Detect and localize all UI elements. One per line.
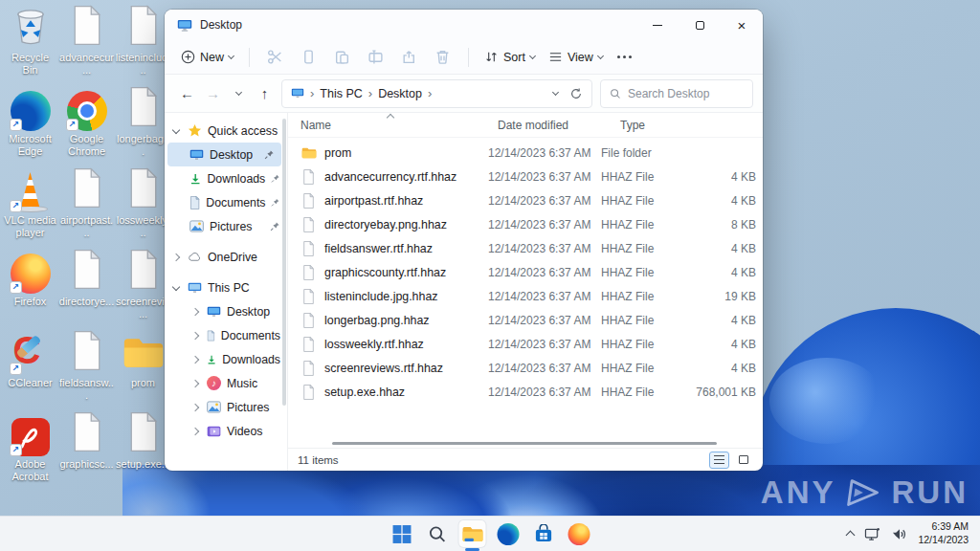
desktop-icon[interactable]: ↗ screenrevie... bbox=[116, 250, 171, 331]
sidebar-item-pc-videos[interactable]: Videos bbox=[165, 419, 287, 443]
back-button[interactable]: ← bbox=[174, 80, 200, 106]
tray-show-hidden-icons-button[interactable] bbox=[846, 531, 856, 540]
file-row[interactable]: directoryebay.png.hhaz 12/14/2023 6:37 A… bbox=[288, 212, 763, 236]
paste-button[interactable] bbox=[325, 43, 359, 72]
forward-button[interactable]: → bbox=[200, 80, 226, 106]
file-row[interactable]: airportpast.rtf.hhaz 12/14/2023 6:37 AM … bbox=[288, 188, 763, 212]
desktop-icon[interactable]: ↗ lossweekly... bbox=[116, 168, 171, 250]
desktop-icon[interactable]: ↗ CCleaner bbox=[3, 331, 58, 412]
file-row[interactable]: lossweekly.rtf.hhaz 12/14/2023 6:37 AM H… bbox=[288, 332, 763, 356]
desktop-icon[interactable]: ↗ listeninclud... bbox=[116, 6, 171, 87]
chevron-right-icon[interactable] bbox=[191, 427, 199, 434]
desktop-icon[interactable]: ↗ airportpast... bbox=[59, 168, 115, 250]
horizontal-scrollbar[interactable] bbox=[288, 439, 763, 448]
details-view-button[interactable] bbox=[709, 452, 729, 469]
desktop-icon[interactable]: ↗ fieldsansw... bbox=[59, 331, 115, 412]
new-button[interactable]: New bbox=[174, 46, 240, 68]
sidebar-item-pc-documents[interactable]: Documents bbox=[165, 323, 287, 347]
chevron-right-icon[interactable] bbox=[191, 355, 199, 363]
chevron-right-icon[interactable] bbox=[172, 253, 180, 260]
document-icon bbox=[71, 167, 103, 212]
refresh-icon[interactable] bbox=[569, 87, 583, 100]
column-header-size[interactable]: Size bbox=[720, 113, 763, 137]
delete-button[interactable] bbox=[426, 43, 459, 72]
desktop-screen: ANY RUN bbox=[0, 0, 980, 551]
sidebar-item-documents[interactable]: Documents bbox=[165, 190, 287, 214]
file-row[interactable]: graphicscounty.rtf.hhaz 12/14/2023 6:37 … bbox=[288, 260, 763, 284]
desktop-icon[interactable]: ↗ Firefox bbox=[3, 250, 58, 331]
file-row[interactable]: screenreviews.rtf.hhaz 12/14/2023 6:37 A… bbox=[288, 356, 763, 380]
sidebar-item-downloads[interactable]: Downloads bbox=[165, 166, 287, 190]
network-icon[interactable] bbox=[864, 527, 880, 541]
share-button[interactable] bbox=[392, 43, 426, 72]
cut-button[interactable] bbox=[258, 43, 292, 72]
desktop-icon[interactable]: ↗ Adobe Acrobat bbox=[3, 412, 58, 494]
copy-icon bbox=[301, 49, 317, 65]
file-row[interactable]: longerbag.png.hhaz 12/14/2023 6:37 AM HH… bbox=[288, 308, 763, 332]
large-icons-view-button[interactable] bbox=[733, 452, 753, 469]
see-more-button[interactable] bbox=[610, 55, 639, 58]
file-row[interactable]: fieldsanswer.rtf.hhaz 12/14/2023 6:37 AM… bbox=[288, 236, 763, 260]
sidebar-item-label: Desktop bbox=[210, 148, 253, 162]
desktop-icon[interactable]: ↗ Google Chrome bbox=[59, 87, 115, 168]
desktop-icon[interactable]: ↗ VLC media player bbox=[3, 168, 58, 250]
view-button[interactable]: View bbox=[542, 46, 610, 68]
column-header-name[interactable]: Name bbox=[301, 113, 488, 137]
firefox-button[interactable] bbox=[566, 520, 592, 547]
recent-locations-button[interactable] bbox=[226, 80, 252, 106]
up-button[interactable]: ↑ bbox=[252, 80, 278, 106]
search-button[interactable] bbox=[424, 520, 451, 547]
sidebar-quick-access[interactable]: Quick access bbox=[165, 119, 287, 143]
minimize-button[interactable] bbox=[636, 10, 679, 40]
sidebar-item-onedrive[interactable]: OneDrive bbox=[165, 245, 287, 269]
file-name: listeninclude.jpg.hhaz bbox=[324, 290, 437, 303]
rename-button[interactable] bbox=[359, 43, 392, 72]
column-header-type[interactable]: Type bbox=[620, 113, 710, 137]
desktop-icon[interactable]: ↗ graphicsc... bbox=[59, 412, 115, 494]
sidebar-item-pc-desktop[interactable]: Desktop bbox=[165, 299, 287, 323]
sidebar-item-pc-downloads[interactable]: Downloads bbox=[165, 347, 287, 371]
column-header-date-modified[interactable]: Date modified bbox=[498, 113, 611, 137]
sidebar-scrollbar[interactable] bbox=[282, 119, 286, 406]
file-row[interactable]: setup.exe.hhaz 12/14/2023 6:37 AM HHAZ F… bbox=[288, 380, 763, 404]
maximize-button[interactable] bbox=[679, 10, 721, 40]
breadcrumb-this-pc[interactable]: This PC bbox=[320, 87, 362, 100]
search-input[interactable]: Search Desktop bbox=[600, 79, 753, 108]
command-bar: New bbox=[165, 40, 763, 75]
chevron-down-icon[interactable] bbox=[172, 282, 180, 290]
address-bar[interactable]: › This PC › Desktop › bbox=[281, 79, 592, 108]
address-dropdown-icon[interactable] bbox=[552, 88, 559, 95]
desktop-icon[interactable]: ↗ longerbag... bbox=[116, 87, 171, 168]
start-button[interactable] bbox=[389, 520, 415, 547]
taskbar-clock[interactable]: 6:39 AM 12/14/2023 bbox=[918, 520, 969, 546]
sort-button[interactable]: Sort bbox=[478, 46, 542, 68]
file-row[interactable]: listeninclude.jpg.hhaz 12/14/2023 6:37 A… bbox=[288, 284, 763, 308]
desktop-icon[interactable]: ↗ Recycle Bin bbox=[3, 6, 58, 87]
sidebar-item-pc-music[interactable]: ♪ Music bbox=[165, 371, 287, 395]
titlebar[interactable]: Desktop × bbox=[165, 10, 763, 40]
chevron-right-icon[interactable] bbox=[191, 379, 199, 386]
desktop-icon[interactable]: ↗ prom bbox=[116, 331, 171, 412]
chevron-right-icon[interactable] bbox=[191, 403, 199, 410]
desktop-icon[interactable]: ↗ Microsoft Edge bbox=[3, 87, 58, 168]
desktop-icon[interactable]: ↗ setup.exe... bbox=[116, 412, 171, 494]
chevron-right-icon[interactable] bbox=[191, 307, 199, 315]
horizontal-scrollbar-thumb[interactable] bbox=[332, 442, 717, 445]
volume-icon[interactable] bbox=[891, 527, 907, 541]
file-explorer-button[interactable] bbox=[459, 520, 486, 547]
sidebar-item-desktop[interactable]: Desktop bbox=[167, 143, 281, 166]
desktop-icon[interactable]: ↗ advancecur... bbox=[59, 6, 115, 87]
chevron-right-icon[interactable] bbox=[191, 331, 199, 339]
sidebar-item-pictures[interactable]: Pictures bbox=[165, 214, 287, 238]
edge-button[interactable] bbox=[495, 520, 522, 547]
sidebar-item-pc-pictures[interactable]: Pictures bbox=[165, 395, 287, 419]
breadcrumb-desktop[interactable]: Desktop bbox=[378, 87, 422, 100]
chevron-down-icon[interactable] bbox=[172, 125, 180, 133]
file-row[interactable]: prom 12/14/2023 6:37 AM File folder bbox=[288, 141, 763, 165]
file-row[interactable]: advancecurrency.rtf.hhaz 12/14/2023 6:37… bbox=[288, 165, 763, 188]
copy-button[interactable] bbox=[292, 43, 325, 72]
sidebar-item-this-pc[interactable]: This PC bbox=[165, 276, 287, 299]
desktop-icon[interactable]: ↗ directorye... bbox=[59, 250, 115, 331]
close-button[interactable]: × bbox=[721, 10, 763, 40]
microsoft-store-button[interactable] bbox=[530, 520, 557, 547]
